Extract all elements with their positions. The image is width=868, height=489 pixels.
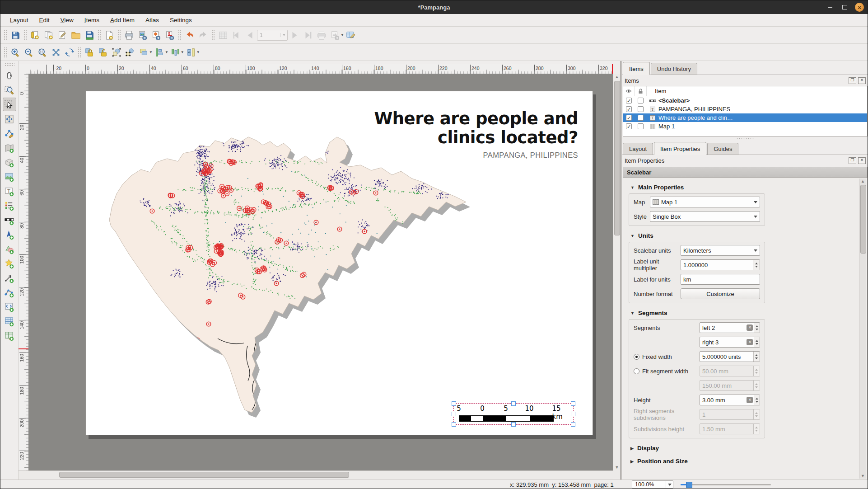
zoom-out-button[interactable] — [23, 46, 35, 59]
add-map-tool-button[interactable] — [3, 141, 16, 155]
new-layout-button[interactable] — [29, 29, 42, 42]
chevron-down-icon[interactable]: ▼ — [196, 50, 200, 54]
lock-checkbox[interactable] — [638, 98, 644, 103]
export-image-button[interactable] — [136, 29, 149, 42]
add-attribute-table-tool-button[interactable] — [3, 315, 16, 328]
menu-view[interactable]: View — [56, 15, 79, 25]
tab-items[interactable]: Items — [623, 62, 650, 75]
toolbar-grip[interactable] — [5, 63, 14, 66]
customize-button[interactable]: Customize — [681, 288, 760, 299]
map-combo[interactable]: Map 1 — [650, 197, 760, 207]
pan-tool-button[interactable] — [3, 69, 16, 82]
open-layout-button[interactable] — [70, 29, 82, 42]
chevron-down-icon[interactable]: ▼ — [149, 50, 153, 54]
toolbar-grip[interactable] — [78, 47, 81, 58]
tab-guides[interactable]: Guides — [707, 143, 738, 155]
spin-buttons[interactable] — [753, 352, 760, 362]
properties-scroll-thumb[interactable] — [860, 185, 866, 254]
fixed-width-spinbox[interactable] — [700, 351, 760, 362]
add-node-item-tool-button[interactable] — [3, 286, 16, 299]
add-pages-button[interactable] — [103, 29, 116, 42]
export-pdf-button[interactable] — [163, 29, 176, 42]
label-unit-multiplier-spinbox[interactable] — [681, 259, 760, 270]
label-unit-multiplier-input[interactable] — [683, 262, 753, 268]
menu-items[interactable]: Items — [79, 15, 104, 25]
fixed-width-radio[interactable] — [634, 354, 639, 360]
selection-handle[interactable] — [511, 422, 516, 427]
selection-handle[interactable] — [571, 401, 575, 406]
chevron-down-icon[interactable]: ▼ — [181, 50, 184, 54]
selection-handle[interactable] — [571, 422, 575, 427]
add-shape-tool-button[interactable] — [3, 242, 16, 256]
pampanga-map-item[interactable] — [105, 134, 471, 419]
first-feature-button[interactable] — [230, 29, 243, 42]
toolbar-grip[interactable] — [98, 30, 101, 41]
selection-handle[interactable] — [571, 412, 575, 416]
next-feature-button[interactable] — [288, 29, 301, 42]
style-combo[interactable]: Single Box — [650, 211, 760, 222]
spin-buttons[interactable] — [754, 337, 760, 347]
visibility-checkbox[interactable]: ✓ — [626, 106, 632, 112]
items-tree-row-scalebar[interactable]: ✓ <Scalebar> — [623, 96, 867, 105]
toolbar-grip[interactable] — [117, 30, 121, 41]
lock-checkbox[interactable] — [638, 106, 644, 112]
lock-items-button[interactable] — [83, 46, 96, 59]
spin-buttons[interactable] — [754, 395, 760, 405]
items-tree-row-label-title[interactable]: ✓ T Where are people and clin… — [623, 113, 867, 122]
zoom-slider[interactable] — [681, 484, 771, 485]
selection-handle[interactable] — [452, 401, 456, 406]
section-segments[interactable]: ▼ Segments — [630, 310, 867, 316]
tab-undo-history[interactable]: Undo History — [651, 63, 697, 75]
segments-right-spinbox[interactable]: × — [700, 337, 760, 348]
scroll-down-icon[interactable]: ▼ — [613, 465, 621, 470]
unlock-items-button[interactable] — [97, 46, 109, 59]
segments-left-input[interactable] — [702, 324, 747, 331]
add-html-tool-button[interactable] — [3, 300, 16, 314]
selection-handle[interactable] — [452, 412, 456, 416]
clear-icon[interactable]: × — [747, 397, 753, 403]
section-units[interactable]: ▼ Units — [630, 232, 867, 239]
atlas-settings-button[interactable] — [345, 29, 357, 42]
toolbar-grip[interactable] — [4, 30, 7, 41]
tab-item-properties[interactable]: Item Properties — [654, 142, 706, 155]
zoom-actual-button[interactable]: 1:1 — [36, 46, 49, 59]
refresh-button[interactable] — [63, 46, 76, 59]
menu-layout[interactable]: Layout — [5, 15, 33, 25]
zoom-level-combo[interactable]: 100.0% — [632, 480, 673, 489]
print-atlas-button[interactable] — [315, 29, 328, 42]
preview-atlas-button[interactable] — [217, 29, 229, 42]
move-item-content-tool-button[interactable] — [3, 112, 16, 126]
clear-icon[interactable]: × — [747, 339, 753, 345]
layout-page[interactable]: Where are people and clinics located? PA… — [85, 91, 593, 435]
undo-button[interactable] — [183, 29, 196, 42]
visibility-checkbox[interactable]: ✓ — [626, 115, 632, 121]
add-picture-tool-button[interactable] — [3, 170, 16, 183]
items-tree-row-label-pampanga[interactable]: ✓ T PAMPANGA, PHILIPPINES — [623, 105, 867, 113]
label-for-units-input-field[interactable] — [681, 274, 760, 285]
lock-checkbox[interactable] — [638, 115, 644, 121]
align-items-button[interactable] — [153, 46, 166, 59]
atlas-page-input[interactable] — [257, 32, 279, 39]
add-fixed-table-tool-button[interactable] — [3, 329, 16, 343]
save-project-button[interactable] — [9, 29, 22, 42]
properties-scrollbar[interactable]: ▲ ▼ — [859, 179, 866, 479]
add-label-tool-button[interactable]: T — [3, 184, 16, 198]
add-arrow-tool-button[interactable] — [3, 271, 16, 285]
fixed-width-input[interactable] — [702, 353, 753, 360]
scalebar-units-combo[interactable]: Kilometers — [681, 245, 760, 256]
tab-layout[interactable]: Layout — [623, 143, 653, 155]
zoom-in-button[interactable] — [9, 46, 22, 59]
atlas-page-combo[interactable]: ▼ — [257, 30, 288, 41]
segments-right-input[interactable] — [702, 339, 747, 346]
toolbar-grip[interactable] — [23, 30, 27, 41]
float-panel-icon[interactable]: ❐ — [849, 77, 856, 84]
add-legend-tool-button[interactable] — [3, 199, 16, 212]
canvas-vertical-scrollbar[interactable]: ▲ ▼ — [613, 74, 621, 470]
canvas-horizontal-scrollbar[interactable] — [19, 470, 613, 479]
scalebar-item[interactable]: 5 0 5 10 15 km — [453, 403, 574, 425]
save-as-template-button[interactable] — [83, 29, 96, 42]
lock-checkbox[interactable] — [638, 123, 644, 129]
zoom-tool-button[interactable] — [3, 83, 16, 97]
select-move-item-tool-button[interactable] — [3, 98, 16, 111]
section-main-properties[interactable]: ▼ Main Properties — [630, 184, 867, 191]
